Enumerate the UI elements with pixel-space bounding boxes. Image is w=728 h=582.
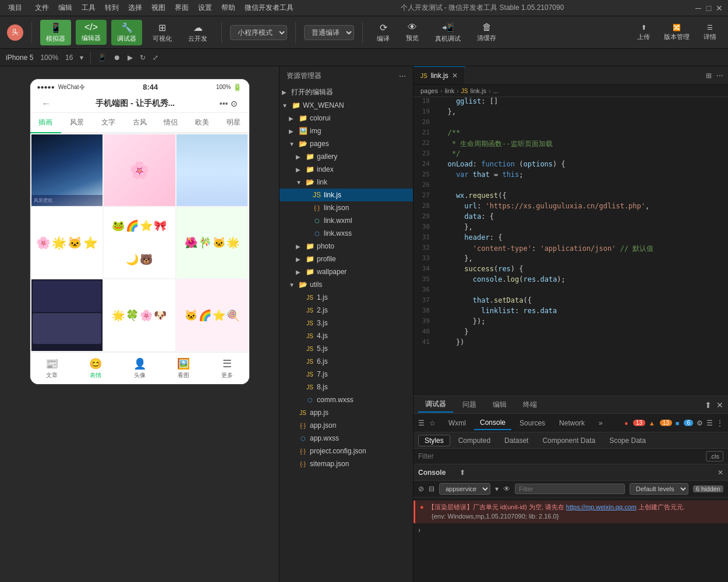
network-tab[interactable]: Network xyxy=(553,417,591,430)
problems-main-tab[interactable]: 问题 xyxy=(455,398,483,412)
tree-link-js[interactable]: ▶ JS link.js xyxy=(280,189,413,201)
breadcrumb-filename[interactable]: link.js xyxy=(471,87,487,94)
tree-wallpaper[interactable]: ▶ 📁 wallpaper xyxy=(280,265,413,278)
phone-icon[interactable]: 📱 xyxy=(98,54,107,62)
tabbar-avatar[interactable]: 👤 头像 xyxy=(118,355,161,382)
tree-link-wxml[interactable]: ▶ ⬡ link.wxml xyxy=(280,214,413,227)
devtools-nav-icon[interactable]: ☰ xyxy=(418,419,425,427)
tree-4js[interactable]: ▶JS4.js xyxy=(280,329,413,342)
console-service-select[interactable]: appservice xyxy=(439,483,490,495)
phone-qr-icon[interactable]: ⊙ xyxy=(231,99,238,108)
tree-colorui[interactable]: ▶ 📁 colorui xyxy=(280,112,413,125)
tree-link[interactable]: ▼ 📂 link xyxy=(280,176,413,189)
tree-appjs[interactable]: ▶JSapp.js xyxy=(280,406,413,419)
breadcrumb-pages[interactable]: pages xyxy=(420,87,438,94)
breadcrumb-more[interactable]: ... xyxy=(493,87,499,94)
tab-close-button[interactable]: ✕ xyxy=(452,72,458,80)
compile-mode-select[interactable]: 普通编译 xyxy=(304,25,354,40)
terminal-main-tab[interactable]: 终端 xyxy=(516,398,544,412)
chevron-down-icon[interactable]: ▾ xyxy=(80,54,83,62)
menu-item-wechat[interactable]: 微信开发者工具 xyxy=(245,3,294,13)
menu-item-interface[interactable]: 界面 xyxy=(175,3,189,13)
component-data-tab[interactable]: Component Data xyxy=(536,435,601,446)
tree-2js[interactable]: ▶JS2.js xyxy=(280,304,413,317)
tab-celebrity[interactable]: 明星 xyxy=(218,113,249,132)
tab-couple[interactable]: 情侣 xyxy=(155,113,186,132)
console-stop-icon[interactable]: ⊘ xyxy=(418,485,424,493)
close-panel-icon[interactable]: ✕ xyxy=(716,400,723,410)
menu-item-tools[interactable]: 工具 xyxy=(82,3,96,13)
wxml-tab[interactable]: Wxml xyxy=(443,417,472,430)
rotate-icon[interactable]: ↻ xyxy=(140,54,146,62)
details-button[interactable]: ☰ 详情 xyxy=(699,22,721,44)
tree-utils[interactable]: ▼ 📂 utils xyxy=(280,278,413,291)
computed-tab[interactable]: Computed xyxy=(453,435,496,446)
menu-item-edit[interactable]: 编辑 xyxy=(58,3,72,13)
tab-ancient[interactable]: 古风 xyxy=(124,113,156,132)
gallery-item-7[interactable] xyxy=(31,279,103,351)
cloud-button[interactable]: ☁ 云开发 xyxy=(182,20,213,45)
tree-img[interactable]: ▶ 🖼️ img xyxy=(280,125,413,137)
console-level-select[interactable]: Default levels xyxy=(630,483,688,495)
edit-main-tab[interactable]: 编辑 xyxy=(486,398,514,412)
real-debug-button[interactable]: 📲 真机调试 xyxy=(429,20,467,45)
tree-link-wxss[interactable]: ▶ ⬡ link.wxss xyxy=(280,227,413,240)
console-eye-icon[interactable]: 👁 xyxy=(503,485,510,493)
opened-editors-section[interactable]: ▶ 打开的编辑器 xyxy=(280,86,413,99)
menu-item-project[interactable]: 项目 xyxy=(5,2,26,14)
upload-button[interactable]: ⬆ 上传 xyxy=(632,22,655,44)
expand-panel-icon[interactable]: ⬆ xyxy=(705,400,712,410)
error-link[interactable]: https://mp.weixin.qq.com xyxy=(566,503,637,510)
record-icon[interactable]: ⏺ xyxy=(114,54,121,62)
tree-menu-icon[interactable]: ⋯ xyxy=(399,72,406,80)
compile-button[interactable]: ⟳ 编译 xyxy=(371,20,395,45)
gallery-item-4[interactable]: 🌸🌟🐱⭐ xyxy=(31,207,103,279)
more-devtools-icon[interactable]: » xyxy=(593,417,609,430)
version-button[interactable]: 🔀 版本管理 xyxy=(659,22,694,44)
devtools-settings-icon[interactable]: ⚙ xyxy=(697,419,703,427)
devtools-bookmark-icon[interactable]: ☆ xyxy=(429,419,436,427)
menu-item-help[interactable]: 帮助 xyxy=(221,3,235,13)
menu-item-settings[interactable]: 设置 xyxy=(198,3,212,13)
tabbar-article[interactable]: 📰 文章 xyxy=(30,355,74,382)
expand-icon[interactable]: ⤢ xyxy=(153,54,158,62)
console-clear-icon[interactable]: ⊟ xyxy=(429,485,434,493)
tree-5js[interactable]: ▶JS5.js xyxy=(280,342,413,355)
console-tab-wxml[interactable]: Console xyxy=(474,416,511,430)
tab-western[interactable]: 欧美 xyxy=(186,113,218,132)
tree-gallery[interactable]: ▶ 📁 gallery xyxy=(280,150,413,163)
phone-menu-dots[interactable]: ••• xyxy=(220,99,228,108)
gallery-item-1[interactable]: 风景壁纸 xyxy=(31,134,103,206)
tree-project-config[interactable]: ▶{·}project.config.json xyxy=(280,445,413,457)
tree-7js[interactable]: ▶JS7.js xyxy=(280,368,413,381)
simulate-button[interactable]: 📱 模拟器 xyxy=(40,20,71,45)
devtools-list-icon[interactable]: ☰ xyxy=(706,419,713,427)
maximize-button[interactable]: □ xyxy=(705,4,713,12)
editor-more-icon[interactable]: ⋯ xyxy=(716,72,723,80)
console-expand-icon[interactable]: ⬆ xyxy=(460,469,465,477)
tree-photo[interactable]: ▶ 📁 photo xyxy=(280,240,413,253)
gallery-item-8[interactable]: 🌟🍀🌸🐶 xyxy=(104,279,175,351)
tabbar-emoji[interactable]: 😊 表情 xyxy=(74,355,118,382)
tree-comm-wxss[interactable]: ▶⬡comm.wxss xyxy=(280,393,413,406)
tree-appwxss[interactable]: ▶⬡app.wxss xyxy=(280,432,413,445)
debugger-main-tab[interactable]: 调试器 xyxy=(418,397,453,413)
mini-program-mode-select[interactable]: 小程序模式 xyxy=(230,25,287,40)
visual-button[interactable]: ⊞ 可视化 xyxy=(147,20,178,45)
clear-cache-button[interactable]: 🗑 清缓存 xyxy=(471,20,502,45)
debug-button[interactable]: 🔧 调试器 xyxy=(111,20,142,45)
editor-button[interactable]: </> 编辑器 xyxy=(76,20,107,45)
sources-tab[interactable]: Sources xyxy=(514,417,551,430)
tree-appjson[interactable]: ▶{·}app.json xyxy=(280,419,413,432)
gallery-item-9[interactable]: 🐱🌈⭐🍭 xyxy=(176,279,248,351)
tree-1js[interactable]: ▶JS1.js xyxy=(280,291,413,304)
tabbar-more[interactable]: ☰ 更多 xyxy=(205,355,249,382)
play-icon[interactable]: ▶ xyxy=(128,54,133,62)
tree-6js[interactable]: ▶JS6.js xyxy=(280,355,413,368)
menu-item-goto[interactable]: 转到 xyxy=(105,3,119,13)
tab-text[interactable]: 文字 xyxy=(93,113,124,132)
split-editor-icon[interactable]: ⊞ xyxy=(706,72,712,80)
preview-button[interactable]: 👁 预览 xyxy=(400,20,425,45)
menu-item-view[interactable]: 视图 xyxy=(151,3,165,13)
filter-input[interactable] xyxy=(418,452,706,460)
